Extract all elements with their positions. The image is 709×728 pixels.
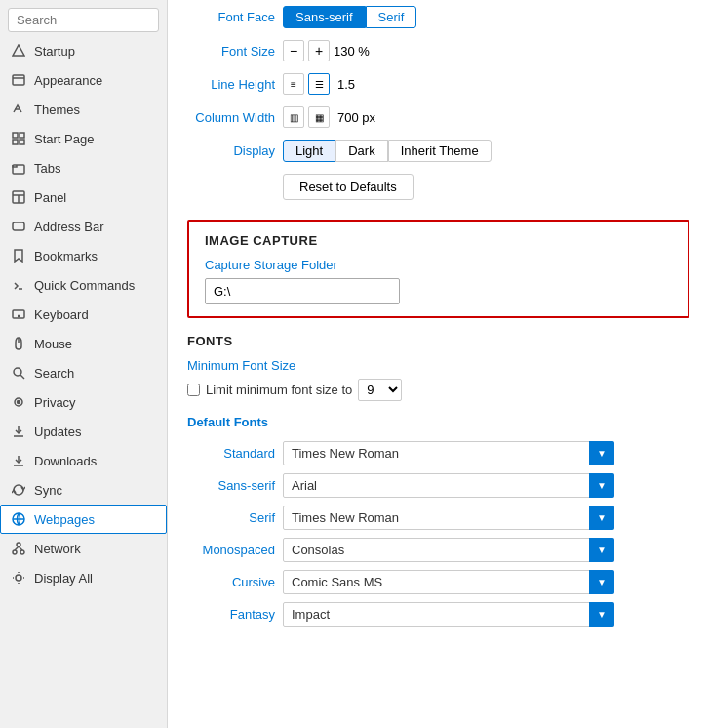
sidebar-item-sync[interactable]: Sync: [0, 475, 167, 505]
font-face-serif[interactable]: Serif: [366, 6, 417, 28]
search-container: [8, 8, 159, 32]
sidebar-item-label-updates: Updates: [34, 425, 81, 439]
sidebar-item-webpages[interactable]: Webpages: [0, 505, 167, 534]
column-width-label: Column Width: [187, 110, 275, 125]
font-select-sans-serif[interactable]: Times New RomanArialConsolasComic Sans M…: [283, 473, 614, 498]
capture-folder-input[interactable]: [205, 278, 400, 304]
font-size-increase[interactable]: +: [308, 40, 330, 61]
sidebar-item-label-downloads: Downloads: [34, 454, 97, 468]
svg-rect-12: [13, 222, 24, 230]
sidebar-item-label-address-bar: Address Bar: [34, 220, 104, 234]
capture-folder-label: Capture Storage Folder: [205, 258, 672, 272]
search-input[interactable]: [8, 8, 159, 32]
svg-point-25: [18, 401, 20, 404]
sidebar-item-label-themes: Themes: [34, 102, 80, 117]
font-size-decrease[interactable]: −: [283, 40, 304, 61]
quick-commands-icon: [11, 277, 26, 293]
line-height-compact-icon[interactable]: ≡: [283, 73, 304, 95]
font-face-sans-serif[interactable]: Sans-serif: [283, 6, 366, 28]
display-light[interactable]: Light: [283, 140, 335, 162]
sidebar-item-network[interactable]: Network: [0, 534, 167, 563]
mouse-icon: [11, 336, 26, 351]
font-label-standard: Standard: [187, 446, 275, 461]
appearance-icon: [11, 72, 26, 88]
sidebar-item-start-page[interactable]: Start Page: [0, 124, 167, 153]
display-label: Display: [187, 143, 275, 158]
sidebar-item-panel[interactable]: Panel: [0, 182, 167, 212]
sidebar-item-label-quick-commands: Quick Commands: [34, 278, 135, 293]
sidebar-item-label-startup: Startup: [34, 44, 75, 59]
font-row-serif: SerifTimes New RomanArialConsolasComic S…: [187, 502, 689, 534]
column-width-row: Column Width ▥ ▦ 700 px: [187, 101, 689, 134]
image-capture-title: IMAGE CAPTURE: [205, 233, 672, 248]
line-height-normal-icon[interactable]: ☰: [308, 73, 330, 95]
font-size-label: Font Size: [187, 44, 275, 59]
sidebar-item-label-appearance: Appearance: [34, 73, 102, 88]
fonts-section: FONTS Minimum Font Size Limit minimum fo…: [187, 334, 689, 630]
min-font-checkbox[interactable]: [187, 384, 200, 396]
sidebar-item-label-keyboard: Keyboard: [34, 307, 89, 322]
sidebar-item-quick-commands[interactable]: Quick Commands: [0, 270, 167, 300]
font-rows-container: StandardTimes New RomanArialConsolasComi…: [187, 437, 689, 630]
sidebar-item-label-webpages: Webpages: [34, 512, 95, 527]
font-select-monospaced[interactable]: Times New RomanArialConsolasComic Sans M…: [283, 538, 614, 562]
font-select-fantasy[interactable]: Times New RomanArialConsolasComic Sans M…: [283, 602, 614, 627]
font-size-value: 130 %: [334, 44, 370, 59]
display-inherit[interactable]: Inherit Theme: [388, 140, 492, 162]
display-dark[interactable]: Dark: [335, 140, 387, 162]
col-narrow-icon[interactable]: ▥: [283, 106, 304, 128]
line-height-row: Line Height ≡ ☰ 1.5: [187, 67, 689, 101]
font-size-row: Font Size − + 130 %: [187, 34, 689, 67]
font-label-serif: Serif: [187, 510, 275, 525]
themes-icon: [11, 101, 26, 117]
min-font-size-label: Minimum Font Size: [187, 358, 689, 373]
sidebar-item-downloads[interactable]: Downloads: [0, 446, 167, 475]
sidebar-item-label-display-all: Display All: [34, 571, 93, 586]
font-row-fantasy: FantasyTimes New RomanArialConsolasComic…: [187, 598, 689, 630]
start-page-icon: [11, 131, 26, 146]
font-label-fantasy: Fantasy: [187, 607, 275, 622]
line-height-value: 1.5: [337, 77, 355, 92]
keyboard-icon: [11, 306, 26, 322]
sidebar-item-bookmarks[interactable]: Bookmarks: [0, 241, 167, 270]
default-fonts-label: Default Fonts: [187, 415, 689, 429]
font-label-cursive: Cursive: [187, 575, 275, 589]
sidebar-item-address-bar[interactable]: Address Bar: [0, 212, 167, 241]
line-height-icons: ≡ ☰: [283, 73, 330, 95]
svg-line-33: [15, 546, 19, 550]
sidebar-item-tabs[interactable]: Tabs: [0, 153, 167, 182]
font-label-sans-serif: Sans-serif: [187, 478, 275, 493]
font-face-row: Font Face Sans-serif Serif: [187, 0, 689, 34]
font-row-cursive: CursiveTimes New RomanArialConsolasComic…: [187, 566, 689, 598]
address-bar-icon: [11, 219, 26, 234]
sidebar-item-startup[interactable]: Startup: [0, 36, 167, 65]
font-select-serif[interactable]: Times New RomanArialConsolasComic Sans M…: [283, 506, 614, 530]
privacy-icon: [11, 394, 26, 410]
sidebar-item-display-all[interactable]: Display All: [0, 563, 167, 592]
network-icon: [11, 541, 26, 556]
sidebar-item-label-privacy: Privacy: [34, 395, 76, 410]
display-all-icon: [11, 570, 26, 586]
display-toggle-group: Light Dark Inherit Theme: [283, 140, 492, 162]
sidebar-item-appearance[interactable]: Appearance: [0, 65, 167, 95]
font-select-standard[interactable]: Times New RomanArialConsolasComic Sans M…: [283, 441, 614, 465]
sidebar-item-search[interactable]: Search: [0, 358, 167, 387]
font-face-label: Font Face: [187, 10, 275, 24]
sidebar-item-themes[interactable]: Themes: [0, 95, 167, 124]
sidebar-item-mouse[interactable]: Mouse: [0, 329, 167, 358]
sidebar-item-label-panel: Panel: [34, 190, 66, 205]
col-wide-icon[interactable]: ▦: [308, 106, 330, 128]
reset-defaults-button[interactable]: Reset to Defaults: [283, 174, 414, 200]
font-select-cursive[interactable]: Times New RomanArialConsolasComic Sans M…: [283, 570, 614, 594]
downloads-icon: [11, 453, 26, 468]
sidebar-item-keyboard[interactable]: Keyboard: [0, 300, 167, 329]
svg-point-32: [20, 550, 24, 554]
search-icon: [11, 365, 26, 381]
svg-point-35: [16, 575, 21, 581]
svg-rect-4: [13, 133, 18, 138]
sidebar-item-privacy[interactable]: Privacy: [0, 387, 167, 417]
svg-rect-5: [20, 133, 24, 138]
sidebar-item-updates[interactable]: Updates: [0, 417, 167, 446]
min-font-size-select[interactable]: 9 10 11 12: [358, 379, 402, 401]
sidebar-item-label-start-page: Start Page: [34, 132, 94, 146]
